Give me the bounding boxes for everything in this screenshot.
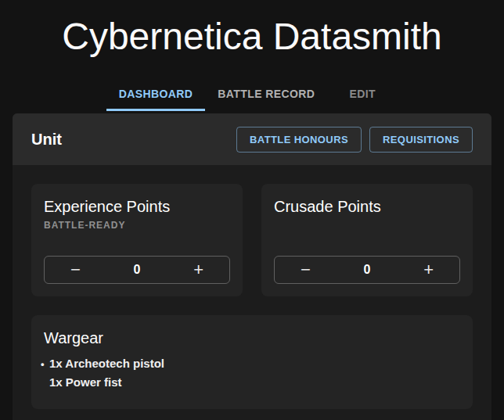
experience-points-title: Experience Points <box>44 196 230 217</box>
minus-icon: − <box>70 261 81 278</box>
wargear-list: • 1x Archeotech pistol 1x Power fist <box>44 354 460 391</box>
wargear-item: 1x Power fist <box>44 373 460 391</box>
requisitions-button[interactable]: REQUISITIONS <box>369 127 473 153</box>
experience-points-card: Experience Points BATTLE-READY − 0 + <box>31 184 243 296</box>
wargear-title: Wargear <box>44 329 460 347</box>
rank-label: BATTLE-READY <box>44 220 230 231</box>
unit-panel-body: Experience Points BATTLE-READY − 0 + Cru… <box>13 165 491 420</box>
unit-header-buttons: BATTLE HONOURS REQUISITIONS <box>236 127 473 153</box>
plus-icon: + <box>423 261 434 278</box>
crusade-points-title: Crusade Points <box>274 196 460 217</box>
unit-panel: Unit BATTLE HONOURS REQUISITIONS Experie… <box>13 113 491 420</box>
crusade-points-value: 0 <box>337 257 398 283</box>
points-cards-row: Experience Points BATTLE-READY − 0 + Cru… <box>31 184 473 296</box>
wargear-card: Wargear • 1x Archeotech pistol 1x Power … <box>31 315 473 409</box>
experience-increment-button[interactable]: + <box>167 257 229 283</box>
wargear-item: • 1x Archeotech pistol <box>44 354 460 373</box>
tab-battle-record[interactable]: BATTLE RECORD <box>205 79 327 111</box>
tab-edit[interactable]: EDIT <box>327 79 398 111</box>
crusade-increment-button[interactable]: + <box>398 257 459 283</box>
crusade-decrement-button[interactable]: − <box>275 257 337 283</box>
experience-points-stepper: − 0 + <box>44 256 230 284</box>
wargear-item-label: 1x Power fist <box>49 373 122 391</box>
wargear-item-label: 1x Archeotech pistol <box>49 354 164 372</box>
crusade-points-card: Crusade Points − 0 + <box>261 184 473 296</box>
minus-icon: − <box>301 261 311 278</box>
unit-panel-header: Unit BATTLE HONOURS REQUISITIONS <box>13 113 491 165</box>
tab-dashboard[interactable]: DASHBOARD <box>106 79 206 111</box>
battle-honours-button[interactable]: BATTLE HONOURS <box>236 127 362 153</box>
unit-title: Unit <box>31 131 236 149</box>
experience-decrement-button[interactable]: − <box>45 257 106 283</box>
plus-icon: + <box>193 261 203 278</box>
bullet-icon: • <box>41 355 49 373</box>
tab-bar: DASHBOARD BATTLE RECORD EDIT <box>0 79 504 111</box>
experience-points-value: 0 <box>106 257 168 283</box>
page-title: Cybernetica Datasmith <box>0 14 504 59</box>
crusade-points-stepper: − 0 + <box>274 256 460 284</box>
